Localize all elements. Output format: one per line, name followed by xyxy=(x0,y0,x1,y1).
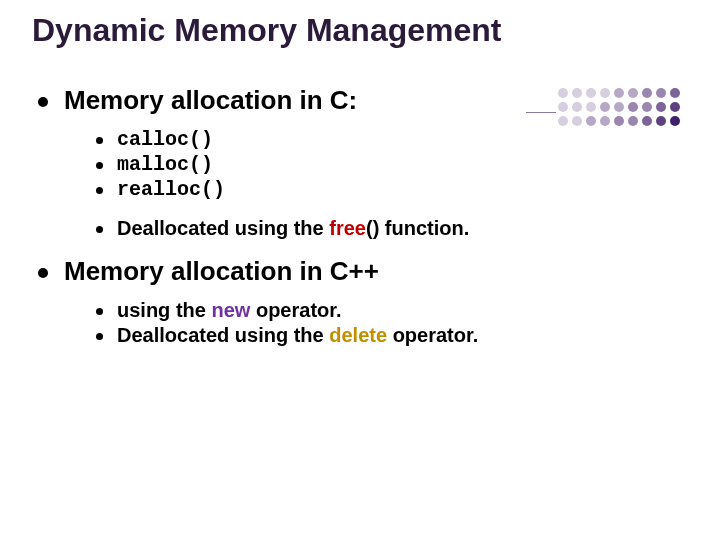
bullet-dot-icon xyxy=(96,226,103,233)
bullet-calloc: calloc() xyxy=(96,128,688,151)
bullet-new: using the new operator. xyxy=(96,299,688,322)
bullet-memory-cpp: Memory allocation in C++ xyxy=(38,256,688,287)
bullet-dot-icon xyxy=(38,97,48,107)
bullet-dot-icon xyxy=(38,268,48,278)
bullet-dot-icon xyxy=(96,187,103,194)
bullet-memory-c: Memory allocation in C: xyxy=(38,85,688,116)
keyword-new: new xyxy=(211,299,250,321)
new-suffix: operator. xyxy=(250,299,341,321)
slide-title: Dynamic Memory Management xyxy=(32,12,688,49)
bullet-text: malloc() xyxy=(117,153,213,176)
slide-body: Dynamic Memory Management Memory allocat… xyxy=(0,0,720,347)
delete-suffix: operator. xyxy=(387,324,478,346)
bullet-dot-icon xyxy=(96,137,103,144)
bullet-text: using the new operator. xyxy=(117,299,342,322)
new-prefix: using the xyxy=(117,299,211,321)
dealloc-suffix: () function. xyxy=(366,217,469,239)
bullet-text: Memory allocation in C++ xyxy=(64,256,379,287)
bullet-text: Memory allocation in C: xyxy=(64,85,357,116)
bullet-dot-icon xyxy=(96,333,103,340)
keyword-delete: delete xyxy=(329,324,387,346)
keyword-free: free xyxy=(329,217,366,239)
bullet-text: Deallocated using the free() function. xyxy=(117,217,469,240)
bullet-text: Deallocated using the delete operator. xyxy=(117,324,478,347)
bullet-malloc: malloc() xyxy=(96,153,688,176)
bullet-delete: Deallocated using the delete operator. xyxy=(96,324,688,347)
bullet-dot-icon xyxy=(96,308,103,315)
dealloc-prefix: Deallocated using the xyxy=(117,217,329,239)
delete-prefix: Deallocated using the xyxy=(117,324,329,346)
bullet-realloc: realloc() xyxy=(96,178,688,201)
bullet-dot-icon xyxy=(96,162,103,169)
bullet-text: calloc() xyxy=(117,128,213,151)
bullet-text: realloc() xyxy=(117,178,225,201)
bullet-free: Deallocated using the free() function. xyxy=(96,217,688,240)
